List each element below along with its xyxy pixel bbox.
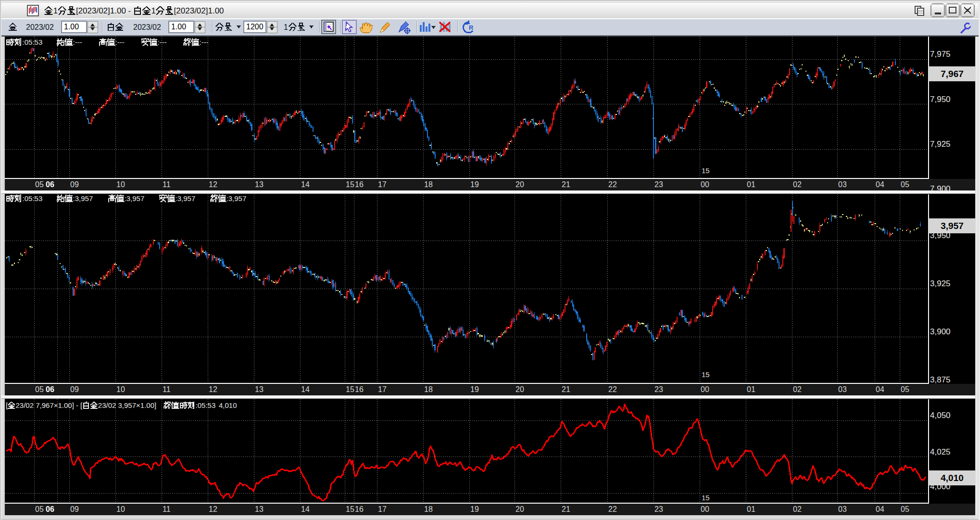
svg-text:01: 01 [747,505,755,513]
svg-text:13: 13 [255,180,264,189]
svg-text:17: 17 [378,505,387,513]
svg-text:12: 12 [209,505,217,513]
svg-text:7,975: 7,975 [930,50,951,59]
svg-text:22: 22 [608,505,617,513]
svg-text:R: R [469,24,474,31]
svg-text:21: 21 [562,385,570,393]
svg-text:06: 06 [46,505,54,513]
svg-text:04: 04 [876,505,884,513]
svg-text:15: 15 [702,370,710,379]
svg-text:15: 15 [702,494,710,502]
svg-text:2023/02: 2023/02 [26,23,54,31]
svg-text:14: 14 [301,505,310,513]
svg-text:18: 18 [424,180,433,189]
svg-text:14: 14 [301,385,310,393]
svg-text::3,957: :3,957 [226,194,247,203]
svg-text:21: 21 [562,505,570,513]
svg-text:17: 17 [378,385,387,393]
svg-text:05: 05 [35,505,44,513]
svg-text:09: 09 [70,180,79,189]
svg-text:4,025: 4,025 [930,447,951,457]
svg-text:16: 16 [355,385,364,393]
svg-text:00: 00 [701,180,709,189]
svg-text:18: 18 [424,505,433,513]
svg-text:4,010: 4,010 [941,473,964,483]
svg-text:3,925: 3,925 [930,279,951,288]
svg-text:13: 13 [255,505,264,513]
svg-text:7,925: 7,925 [930,140,951,149]
svg-text::3,957: :3,957 [73,194,93,203]
svg-text:12: 12 [209,385,217,393]
svg-text::3,957: :3,957 [176,194,196,203]
svg-text:1: 1 [53,6,58,15]
svg-text:23: 23 [654,505,663,513]
svg-text:17: 17 [378,180,387,189]
svg-text:3,900: 3,900 [930,327,951,336]
svg-text:05: 05 [901,180,909,189]
svg-text:02: 02 [793,180,802,189]
svg-text:05: 05 [901,505,909,513]
svg-text:1: 1 [284,23,288,31]
svg-text:06: 06 [46,385,54,393]
svg-text:00: 00 [701,505,709,513]
svg-text:05: 05 [35,385,44,393]
svg-text:04: 04 [876,180,884,189]
svg-text:23/02 7,967×1.00]: 23/02 7,967×1.00] [16,401,74,409]
svg-text:11: 11 [163,385,171,393]
svg-text:1.00: 1.00 [64,23,79,31]
svg-text:[2023/02]1.00: [2023/02]1.00 [174,6,224,15]
svg-text:22: 22 [608,180,617,189]
svg-text:01: 01 [747,180,755,189]
svg-text:10: 10 [116,180,125,189]
svg-text::---: :--- [73,38,82,46]
svg-text:7,967: 7,967 [941,69,964,79]
svg-text:4,050: 4,050 [930,411,951,420]
svg-text::---: :--- [115,38,125,46]
svg-text:04: 04 [876,385,884,393]
svg-text:23/02 3,957×1.00]: 23/02 3,957×1.00] [98,401,156,409]
svg-text:19: 19 [470,180,479,189]
svg-text:15: 15 [702,166,710,175]
svg-text:16: 16 [355,505,364,513]
svg-text::---: :--- [158,38,167,46]
svg-text:19: 19 [470,505,479,513]
svg-text:7,900: 7,900 [930,184,951,193]
svg-text:11: 11 [163,180,171,189]
svg-text:22: 22 [608,385,617,393]
svg-text::05:53: :05:53 [23,38,43,46]
svg-text:13: 13 [255,385,264,393]
svg-text:12: 12 [209,180,217,189]
svg-text::05:53: :05:53 [196,401,216,409]
svg-text:06: 06 [46,180,54,189]
svg-text:23: 23 [654,180,663,189]
svg-text:14: 14 [301,180,310,189]
svg-text:09: 09 [70,385,79,393]
svg-text::05:53: :05:53 [23,194,43,203]
svg-text:03: 03 [838,385,847,393]
svg-text:01: 01 [747,385,755,393]
svg-text:-: - [76,401,78,409]
svg-text:19: 19 [470,385,479,393]
svg-text:03: 03 [838,505,847,513]
svg-text::3,957: :3,957 [125,194,145,203]
svg-text:11: 11 [163,505,171,513]
svg-text:18: 18 [424,385,433,393]
svg-text:1: 1 [151,6,156,15]
svg-text:20: 20 [515,385,524,393]
svg-text:7,950: 7,950 [930,95,951,104]
svg-text:15: 15 [346,505,354,513]
svg-text:21: 21 [562,180,570,189]
svg-text:[2023/02]1.00 -: [2023/02]1.00 - [76,6,131,15]
svg-text:15: 15 [346,385,354,393]
svg-text:03: 03 [838,180,847,189]
svg-text:16: 16 [355,180,364,189]
svg-text:2023/02: 2023/02 [133,23,161,31]
svg-text:15: 15 [346,180,354,189]
svg-text:10: 10 [116,505,125,513]
svg-text:1200: 1200 [246,23,264,31]
svg-text:10: 10 [116,385,125,393]
svg-text:3,957: 3,957 [941,221,964,231]
svg-text:02: 02 [793,385,802,393]
svg-text:05: 05 [35,180,44,189]
svg-text:23: 23 [654,385,663,393]
